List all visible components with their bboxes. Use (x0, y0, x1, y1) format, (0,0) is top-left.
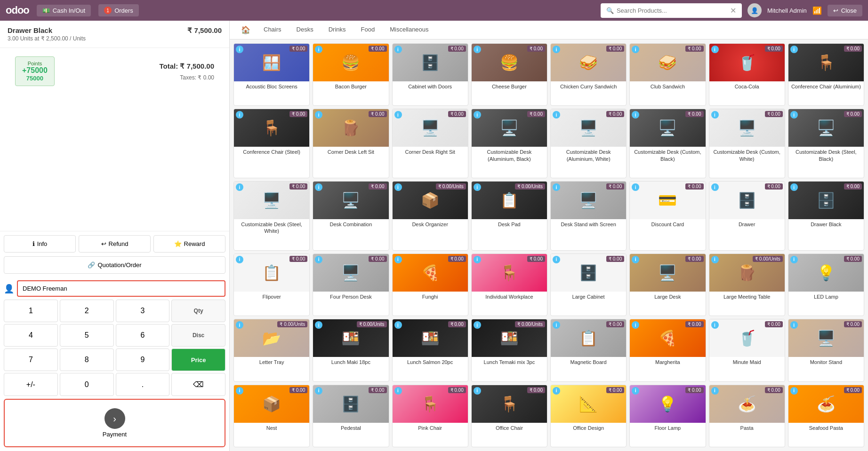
customer-field[interactable]: DEMO Freeman (17, 280, 225, 297)
product-info-badge[interactable]: i (394, 256, 402, 263)
tab-food[interactable]: Food (354, 21, 383, 39)
tab-drinks[interactable]: Drinks (321, 21, 354, 39)
orders-button[interactable]: 1 Orders (98, 4, 139, 16)
num-4[interactable]: 4 (4, 324, 58, 347)
product-card[interactable]: 🍔 ₹ 0.00 i Bacon Burger (313, 43, 389, 106)
product-card[interactable]: 📋 ₹ 0.00/Units i Desk Pad (471, 181, 547, 251)
num-1[interactable]: 1 (4, 300, 58, 322)
product-card[interactable]: 🥤 ₹ 0.00 i Coca-Cola (709, 43, 785, 106)
product-card[interactable]: 🪑 ₹ 0.00 i Individual Workplace (471, 253, 547, 316)
num-2[interactable]: 2 (60, 300, 114, 322)
product-card[interactable]: 🖥️ ₹ 0.00 i Customizable Desk (Custom, W… (709, 109, 785, 178)
info-button[interactable]: ℹ Info (4, 235, 76, 253)
product-info-badge[interactable]: i (474, 321, 481, 329)
product-info-badge[interactable]: i (474, 256, 481, 263)
product-card[interactable]: 📂 ₹ 0.00/Units i Letter Tray (233, 319, 310, 381)
product-info-badge[interactable]: i (394, 46, 402, 53)
search-clear-icon[interactable]: ✕ (730, 6, 736, 15)
product-info-badge[interactable]: i (236, 46, 243, 53)
product-card[interactable]: 🖥️ ₹ 0.00 i Large Desk (629, 253, 706, 316)
product-card[interactable]: 🗄️ ₹ 0.00 i Drawer Black (788, 181, 864, 251)
product-info-badge[interactable]: i (394, 111, 402, 119)
price-button[interactable]: Price (171, 348, 225, 371)
product-card[interactable]: 🍝 ₹ 0.00 i Seafood Pasta (788, 385, 864, 447)
product-info-badge[interactable]: i (236, 183, 243, 191)
product-card[interactable]: 🖥️ ₹ 0.00 i Customizable Desk (Custom, B… (629, 109, 706, 178)
product-card[interactable]: 🗄️ ₹ 0.00 i Drawer (709, 181, 785, 251)
product-card[interactable]: 🗄️ ₹ 0.00 i Pedestal (313, 385, 389, 447)
product-info-badge[interactable]: i (711, 46, 719, 53)
product-card[interactable]: 📋 ₹ 0.00 i Flipover (233, 253, 310, 316)
product-card[interactable]: 💡 ₹ 0.00 i LED Lamp (788, 253, 864, 316)
quotation-button[interactable]: 🔗 Quotation/Order (4, 256, 225, 274)
product-card[interactable]: 🍝 ₹ 0.00 i Pasta (709, 385, 785, 447)
product-info-badge[interactable]: i (632, 387, 639, 395)
product-card[interactable]: 🥪 ₹ 0.00 i Club Sandwich (629, 43, 706, 106)
product-info-badge[interactable]: i (236, 256, 243, 263)
product-card[interactable]: 🖥️ ₹ 0.00 i Desk Combination (313, 181, 389, 251)
tab-miscellaneous[interactable]: Miscellaneous (382, 21, 436, 39)
product-card[interactable]: 🖥️ ₹ 0.00 i Customizable Desk (Steel, Bl… (788, 109, 864, 178)
num-3[interactable]: 3 (116, 300, 170, 322)
num-dot[interactable]: . (116, 373, 170, 396)
product-info-badge[interactable]: i (394, 183, 402, 191)
product-card[interactable]: 📐 ₹ 0.00 i Office Design (550, 385, 627, 447)
product-info-badge[interactable]: i (315, 256, 322, 263)
product-info-badge[interactable]: i (711, 387, 719, 395)
product-card[interactable]: 📋 ₹ 0.00 i Magnetic Board (550, 319, 627, 381)
product-info-badge[interactable]: i (711, 256, 719, 263)
product-card[interactable]: 🪵 ₹ 0.00/Units i Large Meeting Table (709, 253, 785, 316)
product-info-badge[interactable]: i (553, 256, 560, 263)
close-button[interactable]: ↩ Close (828, 5, 862, 16)
product-info-badge[interactable]: i (790, 321, 798, 329)
num-8[interactable]: 8 (60, 348, 114, 371)
tab-desks[interactable]: Desks (289, 21, 321, 39)
product-info-badge[interactable]: i (474, 46, 481, 53)
product-card[interactable]: 🪑 ₹ 0.00 i Conference Chair (Aluminium) (788, 43, 864, 106)
product-card[interactable]: 🍕 ₹ 0.00 i Funghi (392, 253, 468, 316)
cash-inout-button[interactable]: 💵 Cash In/Out (37, 5, 91, 16)
product-info-badge[interactable]: i (711, 321, 719, 329)
product-info-badge[interactable]: i (790, 183, 798, 191)
search-input[interactable] (617, 7, 730, 14)
product-card[interactable]: 💡 ₹ 0.00 i Floor Lamp (629, 385, 706, 447)
product-info-badge[interactable]: i (790, 256, 798, 263)
product-card[interactable]: 🍕 ₹ 0.00 i Margherita (629, 319, 706, 381)
product-card[interactable]: 🖥️ ₹ 0.00 i Monitor Stand (788, 319, 864, 381)
product-info-badge[interactable]: i (394, 387, 402, 395)
product-info-badge[interactable]: i (474, 387, 481, 395)
product-card[interactable]: 💳 ₹ 0.00 i Discount Card (629, 181, 706, 251)
product-card[interactable]: 🗄️ ₹ 0.00 i Cabinet with Doors (392, 43, 468, 106)
qty-button[interactable]: Qty (171, 300, 225, 322)
product-card[interactable]: 🍱 ₹ 0.00/Units i Lunch Temaki mix 3pc (471, 319, 547, 381)
product-card[interactable]: 🖥️ ₹ 0.00 i Customizable Desk (Aluminium… (550, 109, 627, 178)
product-info-badge[interactable]: i (315, 387, 322, 395)
num-0[interactable]: 0 (60, 373, 114, 396)
num-plusminus[interactable]: +/- (4, 373, 58, 396)
product-card[interactable]: 🖥️ ₹ 0.00 i Desk Stand with Screen (550, 181, 627, 251)
num-7[interactable]: 7 (4, 348, 58, 371)
home-tab[interactable]: 🏠 (235, 21, 256, 39)
disc-button[interactable]: Disc (171, 324, 225, 347)
product-card[interactable]: 🪟 ₹ 0.00 i Acoustic Bloc Screens (233, 43, 310, 106)
product-card[interactable]: 🖥️ ₹ 0.00 i Customizable Desk (Aluminium… (471, 109, 547, 178)
product-info-badge[interactable]: i (553, 46, 560, 53)
refund-button[interactable]: ↩ Refund (79, 235, 151, 253)
tab-chairs[interactable]: Chairs (256, 21, 289, 39)
product-info-badge[interactable]: i (236, 387, 243, 395)
num-5[interactable]: 5 (60, 324, 114, 347)
product-info-badge[interactable]: i (711, 183, 719, 191)
product-info-badge[interactable]: i (711, 111, 719, 119)
product-card[interactable]: 🪑 ₹ 0.00 i Pink Chair (392, 385, 468, 447)
product-card[interactable]: 🥤 ₹ 0.00 i Minute Maid (709, 319, 785, 381)
product-card[interactable]: 🪑 ₹ 0.00 i Office Chair (471, 385, 547, 447)
product-card[interactable]: 🗄️ ₹ 0.00 i Large Cabinet (550, 253, 627, 316)
product-card[interactable]: 📦 ₹ 0.00/Units i Desk Organizer (392, 181, 468, 251)
product-info-badge[interactable]: i (474, 183, 481, 191)
num-6[interactable]: 6 (116, 324, 170, 347)
product-info-badge[interactable]: i (394, 321, 402, 329)
product-info-badge[interactable]: i (790, 46, 798, 53)
product-card[interactable]: 🪵 ₹ 0.00 i Corner Desk Left Sit (313, 109, 389, 178)
product-info-badge[interactable]: i (790, 387, 798, 395)
backspace-button[interactable]: ⌫ (171, 373, 225, 396)
